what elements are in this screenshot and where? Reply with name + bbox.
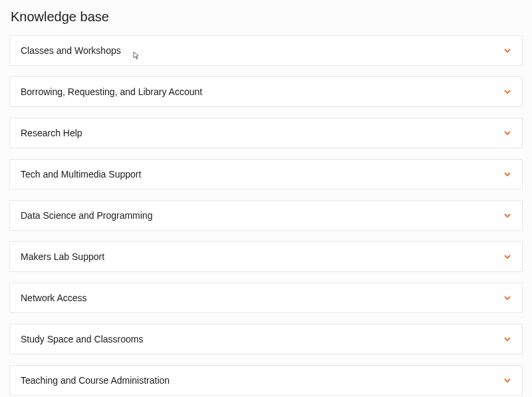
accordion-label: Research Help [21,128,82,138]
accordion-item-research-help[interactable]: Research Help [9,118,523,148]
chevron-down-icon [503,211,511,219]
chevron-down-icon [503,253,511,261]
accordion-item-study-space[interactable]: Study Space and Classrooms [9,324,523,354]
accordion-label: Network Access [21,293,87,303]
chevron-down-icon [503,170,511,178]
accordion-item-makers-lab[interactable]: Makers Lab Support [9,241,523,272]
accordion-label: Teaching and Course Administration [21,375,170,386]
chevron-down-icon [503,47,511,55]
accordion-label: Study Space and Classrooms [21,334,143,344]
chevron-down-icon [503,294,511,302]
chevron-down-icon [503,335,511,343]
accordion-label: Data Science and Programming [21,210,152,221]
accordion-item-teaching[interactable]: Teaching and Course Administration [9,365,523,396]
accordion-label: Classes and Workshops [21,45,121,56]
accordion-item-data-science[interactable]: Data Science and Programming [9,200,523,231]
accordion-item-classes-workshops[interactable]: Classes and Workshops [9,35,523,66]
accordion-label: Tech and Multimedia Support [21,169,141,180]
accordion-item-network-access[interactable]: Network Access [9,283,523,313]
accordion-label: Makers Lab Support [21,251,104,262]
chevron-down-icon [503,88,511,96]
accordion-item-borrowing[interactable]: Borrowing, Requesting, and Library Accou… [9,76,523,107]
page-title: Knowledge base [11,9,523,25]
accordion-item-tech-multimedia[interactable]: Tech and Multimedia Support [9,159,523,190]
chevron-down-icon [503,376,511,384]
knowledge-base-accordion: Classes and Workshops Borrowing, Request… [9,35,523,397]
chevron-down-icon [503,129,511,137]
accordion-label: Borrowing, Requesting, and Library Accou… [21,86,202,97]
